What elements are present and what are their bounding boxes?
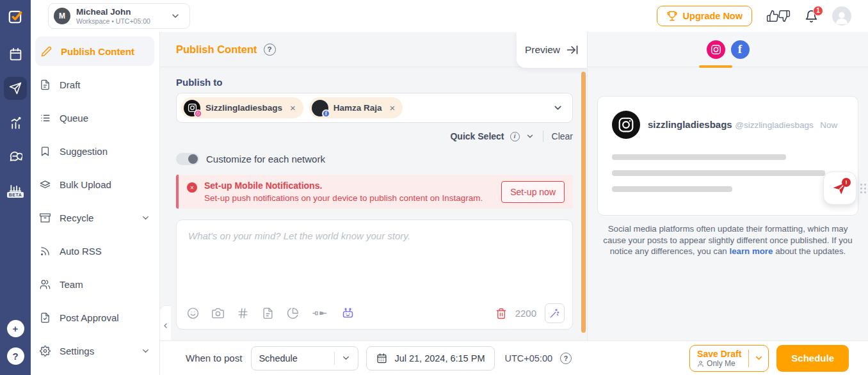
facebook-badge-icon: f xyxy=(322,109,330,118)
instagram-badge-icon xyxy=(194,109,202,118)
notifications-bell-icon[interactable]: 1 xyxy=(805,10,818,23)
alert-title: Set-up Mobile Notifications. xyxy=(204,180,494,191)
beta-badge: BETA xyxy=(7,192,24,198)
info-icon[interactable]: i xyxy=(510,132,520,141)
help-circle-icon[interactable]: ? xyxy=(264,44,276,56)
sidebar-item-draft[interactable]: Draft xyxy=(31,68,159,101)
main-content: Publish Content ? Preview Publish to Siz… xyxy=(160,32,587,340)
pencil-icon xyxy=(41,46,52,57)
preview-account-handle: @sizzlingladiesbags xyxy=(735,120,814,130)
top-bar: M Micheal John Workspace • UTC+05:00 Upg… xyxy=(31,0,868,32)
chevron-down-icon[interactable] xyxy=(526,132,534,141)
sidebar-item-team[interactable]: Team xyxy=(31,267,159,301)
account-tag-facebook[interactable]: f Hamza Raja × xyxy=(309,97,403,118)
utm-pie-icon[interactable] xyxy=(287,307,299,319)
file-icon xyxy=(40,79,51,90)
workspace-name: Micheal John xyxy=(76,7,150,17)
influencers-beta-icon[interactable]: BETA xyxy=(7,180,24,198)
ai-wand-button[interactable] xyxy=(545,303,565,323)
save-draft-split-button[interactable]: Save Draft Only Me xyxy=(689,345,769,372)
remove-account-icon[interactable]: × xyxy=(390,103,396,113)
chevron-down-icon xyxy=(170,11,181,21)
plug-integration-icon[interactable] xyxy=(312,307,328,319)
sidebar-item-settings[interactable]: Settings xyxy=(31,334,159,367)
tab-instagram[interactable] xyxy=(707,40,725,59)
chevron-down-icon xyxy=(141,346,150,356)
publish-send-icon[interactable] xyxy=(4,77,27,100)
sidebar-item-suggestion[interactable]: Suggestion xyxy=(31,134,159,168)
text-placeholder-bar xyxy=(612,154,786,160)
ai-robot-icon[interactable] xyxy=(341,307,355,320)
char-count: 2200 xyxy=(515,308,536,319)
alert-description: Set-up push notifications on your device… xyxy=(204,193,494,203)
thumbs-down-icon[interactable] xyxy=(778,10,791,22)
snippet-document-icon[interactable] xyxy=(262,307,274,319)
chevron-down-icon[interactable] xyxy=(552,102,563,113)
archive-icon xyxy=(40,212,51,223)
page-title: Publish Content xyxy=(176,44,257,56)
trash-icon[interactable] xyxy=(495,308,507,319)
preview-button[interactable]: Preview xyxy=(517,32,587,68)
planner-calendar-icon[interactable] xyxy=(4,42,27,65)
tab-facebook[interactable]: f xyxy=(731,40,750,59)
gear-icon xyxy=(40,346,51,356)
chevron-down-icon[interactable] xyxy=(749,346,768,371)
emoji-icon[interactable] xyxy=(187,307,199,319)
instagram-avatar xyxy=(184,100,200,116)
analytics-icon[interactable] xyxy=(4,111,27,134)
thumbs-up-icon[interactable] xyxy=(766,10,779,22)
instagram-account-avatar xyxy=(612,111,640,139)
remove-account-icon[interactable]: × xyxy=(290,103,296,113)
clear-button[interactable]: Clear xyxy=(552,131,573,141)
help-circle-icon[interactable]: ? xyxy=(560,353,572,364)
workspace-meta: Workspace • UTC+05:00 xyxy=(76,17,150,25)
notification-warning-widget[interactable]: ! xyxy=(823,172,856,205)
sidebar-item-auto-rss[interactable]: Auto RSS xyxy=(31,234,159,267)
calendar-icon xyxy=(376,353,387,363)
users-icon xyxy=(40,279,51,290)
hashtag-icon[interactable] xyxy=(237,307,249,319)
workspace-avatar: M xyxy=(54,8,70,24)
notification-badge: 1 xyxy=(813,6,823,16)
trophy-icon xyxy=(666,10,678,22)
scrollbar-thumb[interactable] xyxy=(581,72,586,333)
error-circle-icon: × xyxy=(187,182,197,193)
learn-more-link[interactable]: learn more xyxy=(729,246,773,256)
user-avatar[interactable] xyxy=(832,6,851,26)
help-button[interactable]: ? xyxy=(7,347,24,365)
facebook-avatar: f xyxy=(312,100,328,116)
text-placeholder-bar xyxy=(612,170,825,176)
rss-icon xyxy=(40,246,51,257)
quick-select-button[interactable]: Quick Select xyxy=(450,131,504,141)
formatting-disclaimer: Social media platforms often update thei… xyxy=(599,223,856,257)
drag-handle[interactable] xyxy=(860,184,866,193)
composer-toolbar: 2200 xyxy=(187,303,565,323)
setup-now-button[interactable]: Set-up now xyxy=(501,181,565,203)
sidebar-menu: Publish Content Draft Queue Suggestion B… xyxy=(31,32,160,375)
app-logo-icon[interactable] xyxy=(4,5,27,28)
camera-media-icon[interactable] xyxy=(212,307,224,319)
list-icon xyxy=(40,113,51,124)
sidebar-item-recycle[interactable]: Recycle xyxy=(31,201,159,234)
inbox-chat-icon[interactable] xyxy=(4,146,27,169)
person-icon xyxy=(697,360,704,367)
customize-network-toggle[interactable] xyxy=(176,153,199,165)
publish-to-label: Publish to xyxy=(176,77,573,88)
composer-textarea[interactable] xyxy=(177,220,572,301)
create-new-button[interactable]: + xyxy=(7,320,24,337)
account-select[interactable]: Sizzlingladiesbags × f Hamza Raja × xyxy=(176,93,573,123)
workspace-selector[interactable]: M Micheal John Workspace • UTC+05:00 xyxy=(48,3,190,29)
sidebar-item-post-approval[interactable]: Post Approval xyxy=(31,301,159,334)
schedule-footer: When to post Schedule Jul 21, 2024, 6:15… xyxy=(160,340,868,375)
preview-time-label: Now xyxy=(820,120,837,130)
sidebar-item-publish-content[interactable]: Publish Content xyxy=(35,36,154,66)
datetime-picker[interactable]: Jul 21, 2024, 6:15 PM xyxy=(366,346,495,371)
visibility-label: Only Me xyxy=(707,359,735,368)
account-tag-instagram[interactable]: Sizzlingladiesbags × xyxy=(181,97,303,118)
sidebar-item-queue[interactable]: Queue xyxy=(31,101,159,134)
schedule-button[interactable]: Schedule xyxy=(776,345,849,372)
sidebar-item-bulk-upload[interactable]: Bulk Upload xyxy=(31,168,159,201)
mobile-notifications-alert: × Set-up Mobile Notifications. Set-up pu… xyxy=(176,175,573,209)
post-type-select[interactable]: Schedule xyxy=(251,346,358,371)
upgrade-now-button[interactable]: Upgrade Now xyxy=(657,6,752,26)
